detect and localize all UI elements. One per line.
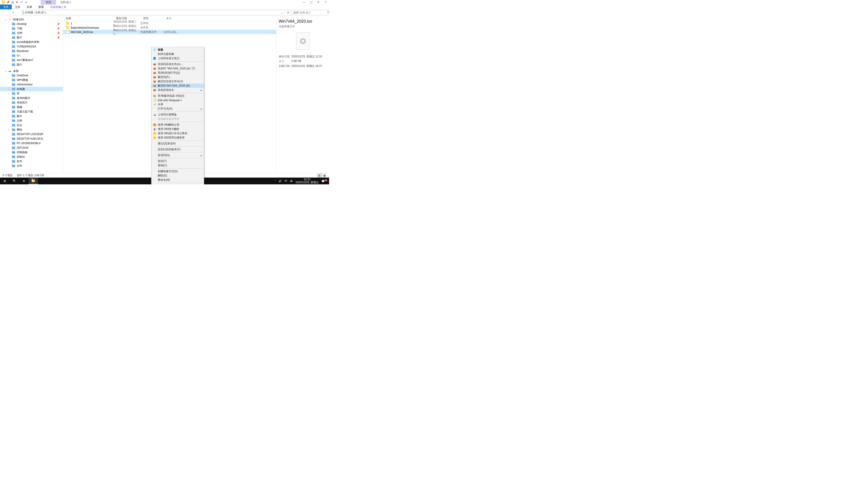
nav-item[interactable]: 本机照片	[0, 100, 63, 105]
search-box[interactable]: 🔍	[291, 10, 328, 15]
close-button[interactable]: ✕	[315, 0, 322, 4]
nav-desktop[interactable]: ⌄ ▬ 桌面	[0, 69, 63, 73]
nav-item[interactable]: › 此电脑	[0, 87, 63, 91]
chevron-down-icon[interactable]: ⌄	[4, 18, 7, 21]
chevron-right-icon[interactable]: ›	[8, 92, 10, 95]
file-list[interactable]: 名称 修改日期 类型 大小 1 2020/12/15, 星期二 1... 文件夹…	[63, 16, 276, 173]
nav-item[interactable]: Administrator	[0, 82, 63, 87]
nav-item[interactable]: excel表格制作求和	[0, 40, 63, 44]
nav-item[interactable]: 文档	[0, 119, 63, 123]
menu-item[interactable]: 属性(R)	[151, 184, 204, 184]
menu-item[interactable]: 💿装载	[151, 48, 204, 52]
chevron-down-icon[interactable]: ⌄	[4, 69, 7, 72]
tab-view[interactable]: 查看	[35, 4, 47, 9]
menu-item[interactable]: 📦其他压缩命令▸	[151, 88, 204, 92]
column-headers[interactable]: 名称 修改日期 类型 大小	[63, 16, 276, 21]
help-button[interactable]: ?	[322, 0, 329, 4]
chevron-right-icon[interactable]: ›	[8, 88, 10, 91]
nav-item[interactable]: 文件	[0, 164, 63, 168]
nav-item[interactable]: Bandicam	[0, 49, 63, 53]
nav-item[interactable]: DESKTOP-LSSOEDP	[0, 132, 63, 136]
col-name[interactable]: 名称	[63, 17, 113, 20]
minimize-button[interactable]: —	[300, 0, 307, 4]
menu-item[interactable]: 📦解压到(F)...	[151, 75, 204, 79]
recent-dropdown[interactable]: ▾	[11, 11, 16, 15]
menu-item[interactable]: ↗共享	[151, 102, 204, 107]
qat-delete-icon[interactable]: ✖	[16, 1, 19, 4]
menu-item[interactable]: 📦解压到当前文件夹(X)	[151, 79, 204, 84]
col-type[interactable]: 类型	[141, 17, 163, 20]
nav-item[interactable]: WPS网盘	[0, 78, 63, 82]
menu-item[interactable]: 📦添加到 "Win7x64_2020.zip" (T)	[151, 66, 204, 71]
nav-quick-access[interactable]: ⌄ ★ 快速访问	[0, 17, 63, 22]
tray-ime[interactable]: 中	[285, 179, 287, 183]
details-view-button[interactable]: ≣	[317, 173, 322, 177]
forward-button[interactable]: →	[6, 11, 10, 15]
tray-network-icon[interactable]: 🖧	[290, 180, 293, 183]
nav-item[interactable]: Desktop📌	[0, 22, 63, 26]
chevron-right-icon[interactable]: ›	[24, 11, 25, 14]
menu-item[interactable]: 🟡使用 360进行木马云查杀	[151, 131, 204, 135]
menu-item[interactable]: 创建快捷方式(S)	[151, 169, 204, 173]
tray-clock[interactable]: 16:32 2020/12/25, 星期五	[296, 178, 319, 184]
tray-volume-icon[interactable]: 🔊	[278, 180, 282, 183]
qat-dropdown-icon[interactable]: ▾	[24, 1, 28, 4]
back-button[interactable]: ←	[1, 11, 5, 15]
contextual-tab-manage[interactable]: 管理	[41, 0, 56, 5]
tab-disc-image-tools[interactable]: 光盘映像工具	[47, 4, 70, 9]
nav-item[interactable]: › 网络	[0, 127, 63, 132]
menu-item[interactable]: 复制(C)	[151, 163, 204, 168]
search-icon[interactable]: 🔍	[327, 11, 329, 14]
tab-share[interactable]: 共享	[24, 4, 35, 9]
nav-item[interactable]: G:\	[0, 53, 63, 58]
qat-pin-icon[interactable]: 📌	[6, 1, 9, 4]
nav-item[interactable]: 音乐	[0, 123, 63, 127]
breadcrumb-location[interactable]: 文档 (E:)	[35, 11, 46, 14]
nav-item[interactable]: DESKTOP-NJEU3CG	[0, 136, 63, 141]
taskbar-explorer[interactable]	[29, 177, 38, 184]
menu-item[interactable]: 打开方式(H)▸	[151, 107, 204, 111]
nav-item[interactable]: 天翼云盘下载	[0, 109, 63, 114]
nav-item[interactable]: 下载📌	[0, 26, 63, 31]
taskbar-search-icon[interactable]: 🔍	[9, 177, 19, 184]
nav-item[interactable]: PC-20190530OBLA	[0, 141, 63, 145]
nav-item[interactable]: win7重装win7	[0, 58, 63, 62]
nav-item[interactable]: 图片	[0, 62, 63, 67]
thumbnails-view-button[interactable]: ▦	[322, 173, 327, 177]
chevron-right-icon[interactable]: ›	[8, 128, 10, 131]
start-button[interactable]: ⊞	[0, 177, 9, 184]
nav-item[interactable]: 视频	[0, 105, 63, 109]
action-center-icon[interactable]: 💬3	[321, 179, 327, 183]
tab-home[interactable]: 主页	[12, 4, 24, 9]
file-row[interactable]: 1 2020/12/15, 星期二 1... 文件夹	[63, 21, 276, 26]
refresh-button[interactable]: ⟳	[286, 10, 291, 15]
menu-item[interactable]: 剪切(T)	[151, 159, 204, 163]
nav-item[interactable]: 保存的图片	[0, 96, 63, 100]
col-size[interactable]: 大小	[163, 17, 179, 20]
nav-item[interactable]: 文档📌	[0, 31, 63, 35]
task-view-button[interactable]: ⧉	[19, 177, 29, 184]
maximize-button[interactable]: ▢	[307, 0, 315, 4]
chevron-right-icon[interactable]: ›	[34, 11, 35, 14]
menu-item[interactable]: 刻录光盘映像	[151, 52, 204, 56]
menu-item[interactable]: 🗑使用 360强力删除	[151, 127, 204, 131]
file-row[interactable]: BaiduNetdiskDownload 2020/12/25, 星期五 1..…	[63, 26, 276, 30]
menu-item[interactable]: 删除(D)	[151, 173, 204, 178]
system-tray[interactable]: ˄ 🔊 中 🖧 16:32 2020/12/25, 星期五 💬3	[274, 178, 329, 184]
nav-item[interactable]: 图片	[0, 114, 63, 119]
nav-item[interactable]: › 库	[0, 91, 63, 96]
nav-item[interactable]: 控制面板	[0, 150, 63, 155]
nav-item[interactable]: 软件	[0, 159, 63, 164]
nav-item[interactable]: ZMT2019	[0, 145, 63, 150]
chevron-right-icon[interactable]: ›	[46, 11, 47, 14]
qat-open-icon[interactable]: ▥	[11, 1, 14, 4]
menu-item[interactable]: 还原以前的版本(V)	[151, 147, 204, 152]
nav-item[interactable]: 回收站	[0, 155, 63, 159]
up-button[interactable]: ↑	[16, 11, 20, 15]
breadcrumb-dropdown-icon[interactable]: ⌄	[281, 11, 283, 14]
menu-item[interactable]: 📦添加到压缩文件(A)...	[151, 62, 204, 66]
menu-item[interactable]: 🟧使用 360解除占用	[151, 123, 204, 127]
menu-item[interactable]: 🟡使用 360管理右键菜单	[151, 135, 204, 140]
menu-item[interactable]: 🐝用 蜂蜜浏览器 浏览(3)	[151, 94, 204, 98]
menu-item[interactable]: 📦解压到 Win7x64_2020\ (E)	[151, 84, 204, 88]
